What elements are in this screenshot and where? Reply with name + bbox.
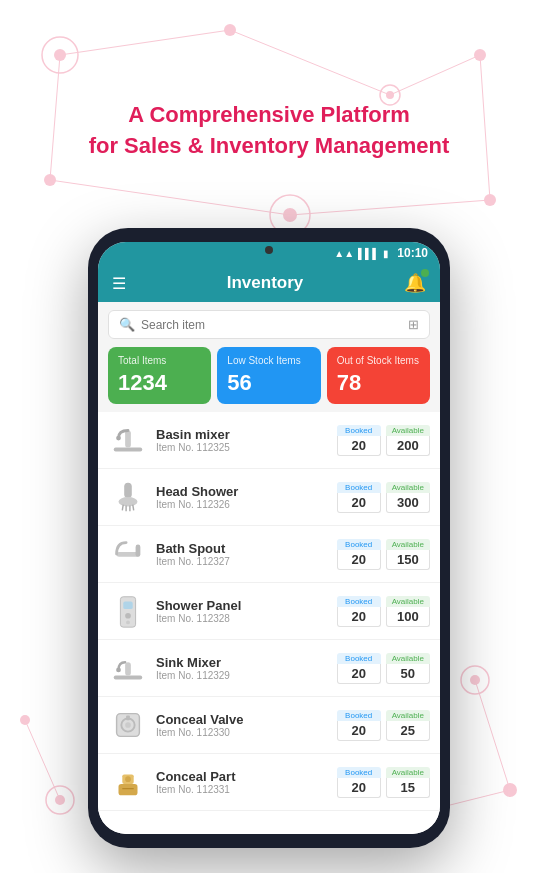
- svg-line-10: [60, 30, 230, 55]
- status-time: 10:10: [397, 246, 428, 260]
- item-name: Head Shower: [156, 484, 329, 499]
- available-value: 25: [386, 721, 430, 741]
- list-item[interactable]: Basin mixer Item No. 112325 Booked 20 Av…: [98, 412, 440, 469]
- item-counts: Booked 20 Available 15: [337, 767, 430, 798]
- available-label: Available: [386, 425, 430, 436]
- booked-count: Booked 20: [337, 425, 381, 456]
- list-item[interactable]: Conceal Part Item No. 112331 Booked 20 A…: [98, 754, 440, 811]
- booked-label: Booked: [337, 767, 381, 778]
- item-thumbnail: [108, 534, 148, 574]
- item-thumbnail: [108, 705, 148, 745]
- battery-icon: ▮: [383, 248, 389, 259]
- item-name: Shower Panel: [156, 598, 329, 613]
- available-label: Available: [386, 653, 430, 664]
- item-name: Conceal Part: [156, 769, 329, 784]
- available-count: Available 300: [386, 482, 430, 513]
- menu-icon[interactable]: ☰: [112, 274, 126, 293]
- out-of-stock-card: Out of Stock Items 78: [327, 347, 430, 404]
- booked-value: 20: [337, 436, 381, 456]
- item-info: Basin mixer Item No. 112325: [156, 427, 329, 453]
- notification-badge: [421, 269, 429, 277]
- item-info: Sink Mixer Item No. 112329: [156, 655, 329, 681]
- available-label: Available: [386, 596, 430, 607]
- search-input[interactable]: [141, 318, 402, 332]
- booked-label: Booked: [337, 425, 381, 436]
- available-value: 50: [386, 664, 430, 684]
- available-count: Available 15: [386, 767, 430, 798]
- booked-count: Booked 20: [337, 482, 381, 513]
- list-item[interactable]: Shower Panel Item No. 112328 Booked 20 A…: [98, 583, 440, 640]
- item-name: Basin mixer: [156, 427, 329, 442]
- booked-value: 20: [337, 664, 381, 684]
- available-count: Available 200: [386, 425, 430, 456]
- low-stock-value: 56: [227, 370, 310, 396]
- item-number: Item No. 112327: [156, 556, 329, 567]
- svg-line-15: [50, 180, 290, 215]
- item-number: Item No. 112329: [156, 670, 329, 681]
- available-count: Available 100: [386, 596, 430, 627]
- item-counts: Booked 20 Available 300: [337, 482, 430, 513]
- svg-line-26: [25, 720, 60, 800]
- wifi-icon: ▲▲: [334, 248, 354, 259]
- available-count: Available 150: [386, 539, 430, 570]
- item-name: Bath Spout: [156, 541, 329, 556]
- booked-value: 20: [337, 550, 381, 570]
- item-number: Item No. 112326: [156, 499, 329, 510]
- list-item[interactable]: Conceal Valve Item No. 112330 Booked 20 …: [98, 697, 440, 754]
- item-thumbnail: [108, 420, 148, 460]
- signal-icon: ▌▌▌: [358, 248, 379, 259]
- search-bar[interactable]: 🔍 ⊞: [108, 310, 430, 339]
- available-value: 300: [386, 493, 430, 513]
- list-item[interactable]: Sink Mixer Item No. 112329 Booked 20 Ava…: [98, 640, 440, 697]
- svg-line-12: [390, 55, 480, 95]
- item-number: Item No. 112325: [156, 442, 329, 453]
- booked-value: 20: [337, 493, 381, 513]
- booked-count: Booked 20: [337, 539, 381, 570]
- svg-line-21: [475, 680, 510, 790]
- item-counts: Booked 20 Available 100: [337, 596, 430, 627]
- item-info: Head Shower Item No. 112326: [156, 484, 329, 510]
- booked-label: Booked: [337, 539, 381, 550]
- list-item[interactable]: Head Shower Item No. 112326 Booked 20 Av…: [98, 469, 440, 526]
- item-counts: Booked 20 Available 200: [337, 425, 430, 456]
- available-value: 150: [386, 550, 430, 570]
- hero-section: A Comprehensive Platform for Sales & Inv…: [0, 100, 538, 162]
- booked-label: Booked: [337, 596, 381, 607]
- available-label: Available: [386, 482, 430, 493]
- booked-value: 20: [337, 778, 381, 798]
- item-thumbnail: [108, 762, 148, 802]
- available-value: 100: [386, 607, 430, 627]
- stats-row: Total Items 1234 Low Stock Items 56 Out …: [108, 347, 430, 404]
- out-of-stock-value: 78: [337, 370, 420, 396]
- phone-camera: [265, 246, 273, 254]
- item-list: Basin mixer Item No. 112325 Booked 20 Av…: [98, 412, 440, 834]
- item-name: Sink Mixer: [156, 655, 329, 670]
- total-items-label: Total Items: [118, 355, 201, 366]
- search-icon: 🔍: [119, 317, 135, 332]
- top-bar: ☰ Inventory 🔔: [98, 264, 440, 302]
- available-value: 15: [386, 778, 430, 798]
- item-info: Shower Panel Item No. 112328: [156, 598, 329, 624]
- total-items-value: 1234: [118, 370, 201, 396]
- hero-title: A Comprehensive Platform for Sales & Inv…: [0, 100, 538, 162]
- item-counts: Booked 20 Available 25: [337, 710, 430, 741]
- booked-label: Booked: [337, 653, 381, 664]
- svg-line-14: [290, 200, 490, 215]
- available-count: Available 25: [386, 710, 430, 741]
- available-label: Available: [386, 539, 430, 550]
- booked-value: 20: [337, 607, 381, 627]
- notification-bell[interactable]: 🔔: [404, 272, 426, 294]
- item-counts: Booked 20 Available 150: [337, 539, 430, 570]
- scan-icon[interactable]: ⊞: [408, 317, 419, 332]
- item-info: Bath Spout Item No. 112327: [156, 541, 329, 567]
- item-number: Item No. 112328: [156, 613, 329, 624]
- list-item[interactable]: Bath Spout Item No. 112327 Booked 20 Ava…: [98, 526, 440, 583]
- available-value: 200: [386, 436, 430, 456]
- out-of-stock-label: Out of Stock Items: [337, 355, 420, 366]
- item-thumbnail: [108, 477, 148, 517]
- booked-count: Booked 20: [337, 767, 381, 798]
- item-name: Conceal Valve: [156, 712, 329, 727]
- low-stock-card: Low Stock Items 56: [217, 347, 320, 404]
- available-label: Available: [386, 767, 430, 778]
- available-label: Available: [386, 710, 430, 721]
